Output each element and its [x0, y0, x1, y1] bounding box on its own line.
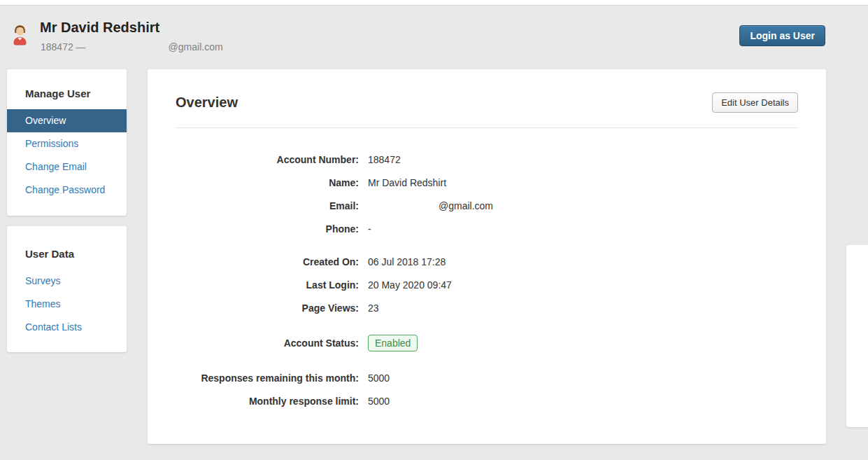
field-value: Enabled [368, 335, 418, 351]
field-value: 20 May 2020 09:47 [368, 279, 452, 291]
user-subtitle: 188472 —@gmail.com [41, 41, 223, 53]
field-account-status: Account Status: Enabled [176, 330, 798, 356]
user-avatar-icon [9, 23, 31, 46]
email-suffix-text: @gmail.com [169, 41, 223, 53]
user-name-title: Mr David Redshirt [40, 19, 159, 36]
user-data-panel: User Data Surveys Themes Contact Lists [7, 226, 127, 352]
user-header: Mr David Redshirt 188472 —@gmail.com Log… [0, 6, 868, 69]
field-value: @gmail.com [368, 200, 493, 211]
field-label: Responses remaining this month: [176, 372, 359, 384]
field-label: Account Status: [176, 337, 359, 349]
divider [176, 127, 798, 128]
manage-user-heading: Manage User [7, 69, 127, 109]
field-email: Email: @gmail.com [176, 194, 798, 217]
field-responses-remaining: Responses remaining this month: 5000 [176, 366, 798, 389]
user-data-heading: User Data [7, 226, 127, 270]
field-last-login: Last Login: 20 May 2020 09:47 [176, 273, 798, 296]
field-value: 06 Jul 2018 17:28 [368, 256, 446, 267]
page-title: Overview [176, 94, 798, 111]
field-value: 5000 [368, 372, 390, 384]
login-as-user-button[interactable]: Login as User [739, 25, 825, 46]
field-value: 23 [368, 302, 379, 314]
field-page-views: Page Views: 23 [176, 296, 798, 319]
sidebar-item-themes[interactable]: Themes [7, 293, 127, 316]
sidebar-item-permissions[interactable]: Permissions [7, 132, 127, 155]
field-created-on: Created On: 06 Jul 2018 17:28 [176, 250, 798, 273]
sidebar-item-change-email[interactable]: Change Email [7, 155, 127, 179]
account-number-text: 188472 — [41, 41, 86, 53]
sidebar-item-contact-lists[interactable]: Contact Lists [7, 316, 127, 339]
field-name: Name: Mr David Redshirt [176, 171, 798, 194]
overview-card-header: Overview Edit User Details [176, 69, 798, 127]
top-strip [0, 0, 868, 6]
sidebar-item-change-password[interactable]: Change Password [7, 179, 127, 202]
user-details-list: Account Number: 188472 Name: Mr David Re… [176, 148, 798, 412]
right-partial-panel [846, 245, 868, 427]
field-value: Mr David Redshirt [368, 177, 446, 188]
field-label: Monthly response limit: [176, 396, 359, 407]
field-label: Created On: [176, 256, 359, 267]
field-value: 188472 [368, 154, 401, 165]
edit-user-details-button[interactable]: Edit User Details [712, 92, 798, 113]
field-phone: Phone: - [176, 217, 798, 240]
sidebar-item-surveys[interactable]: Surveys [7, 270, 127, 293]
field-label: Name: [176, 177, 359, 188]
field-label: Page Views: [176, 302, 359, 314]
field-account-number: Account Number: 188472 [176, 148, 798, 171]
field-label: Email: [176, 200, 359, 211]
manage-user-panel: Manage User Overview Permissions Change … [7, 69, 127, 216]
avatar-face [16, 27, 24, 35]
overview-card: Overview Edit User Details Account Numbe… [148, 69, 826, 444]
field-label: Account Number: [176, 154, 359, 165]
field-label: Phone: [176, 223, 359, 235]
field-value: - [368, 223, 371, 235]
field-monthly-limit: Monthly response limit: 5000 [176, 389, 798, 412]
field-value: 5000 [368, 396, 390, 407]
status-badge: Enabled [368, 335, 418, 351]
sidebar-item-overview[interactable]: Overview [7, 109, 127, 132]
field-label: Last Login: [176, 279, 359, 291]
